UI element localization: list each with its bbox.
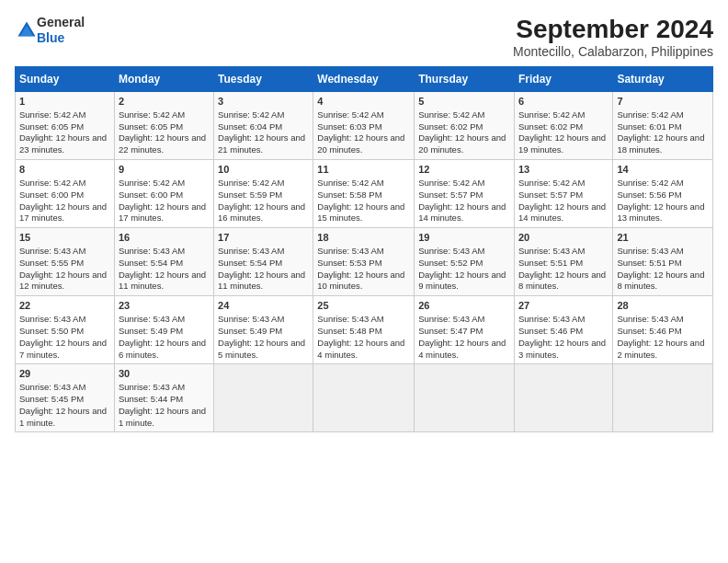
- col-thursday: Thursday: [415, 67, 515, 92]
- day-number: 10: [218, 163, 309, 177]
- table-cell: 8Sunrise: 5:42 AMSunset: 6:00 PMDaylight…: [16, 160, 115, 228]
- daylight: Daylight: 12 hours and 16 minutes.: [218, 201, 305, 224]
- day-number: 23: [119, 299, 210, 313]
- sunset: Sunset: 5:55 PM: [19, 258, 84, 268]
- table-cell: 17Sunrise: 5:43 AMSunset: 5:54 PMDayligh…: [214, 228, 313, 296]
- sunset: Sunset: 5:50 PM: [19, 326, 84, 336]
- sunset: Sunset: 6:00 PM: [119, 190, 183, 200]
- table-row: 8Sunrise: 5:42 AMSunset: 6:00 PMDaylight…: [16, 160, 713, 228]
- day-number: 16: [119, 231, 210, 245]
- day-number: 5: [418, 95, 510, 109]
- day-number: 6: [518, 95, 609, 109]
- sunset: Sunset: 5:53 PM: [317, 258, 381, 268]
- sunset: Sunset: 5:51 PM: [617, 258, 681, 268]
- table-cell: 15Sunrise: 5:43 AMSunset: 5:55 PMDayligh…: [16, 228, 115, 296]
- daylight: Daylight: 12 hours and 18 minutes.: [617, 132, 704, 155]
- sunset: Sunset: 6:04 PM: [218, 121, 282, 132]
- table-row: 15Sunrise: 5:43 AMSunset: 5:55 PMDayligh…: [16, 228, 713, 296]
- table-cell: 29Sunrise: 5:43 AMSunset: 5:45 PMDayligh…: [16, 364, 115, 432]
- calendar-table: Sunday Monday Tuesday Wednesday Thursday…: [15, 66, 713, 432]
- logo-blue: Blue: [37, 30, 85, 46]
- day-number: 14: [617, 163, 709, 177]
- sunrise: Sunrise: 5:43 AM: [418, 314, 484, 324]
- table-cell: 19Sunrise: 5:43 AMSunset: 5:52 PMDayligh…: [415, 228, 515, 296]
- col-wednesday: Wednesday: [313, 67, 415, 92]
- daylight: Daylight: 12 hours and 4 minutes.: [317, 338, 404, 360]
- day-number: 20: [518, 231, 609, 245]
- sunset: Sunset: 6:05 PM: [19, 121, 84, 132]
- sunrise: Sunrise: 5:42 AM: [418, 109, 484, 120]
- sunset: Sunset: 5:49 PM: [119, 326, 183, 336]
- daylight: Daylight: 12 hours and 11 minutes.: [218, 270, 305, 292]
- day-number: 1: [19, 95, 110, 109]
- table-cell: 21Sunrise: 5:43 AMSunset: 5:51 PMDayligh…: [613, 228, 713, 296]
- logo-icon: [17, 20, 37, 40]
- day-number: 8: [19, 163, 110, 177]
- sunrise: Sunrise: 5:43 AM: [19, 314, 85, 324]
- table-cell: 30Sunrise: 5:43 AMSunset: 5:44 PMDayligh…: [114, 364, 213, 432]
- title-block: September 2024 Montecillo, Calabarzon, P…: [513, 15, 713, 59]
- sunrise: Sunrise: 5:42 AM: [19, 109, 85, 120]
- sunset: Sunset: 5:45 PM: [19, 394, 84, 404]
- sunset: Sunset: 6:02 PM: [518, 121, 583, 132]
- day-number: 19: [418, 231, 510, 245]
- day-number: 24: [218, 299, 309, 313]
- day-number: 29: [19, 367, 110, 381]
- sunset: Sunset: 5:57 PM: [418, 190, 483, 200]
- daylight: Daylight: 12 hours and 5 minutes.: [218, 338, 305, 360]
- sunrise: Sunrise: 5:42 AM: [518, 109, 585, 120]
- table-cell: 24Sunrise: 5:43 AMSunset: 5:49 PMDayligh…: [214, 296, 313, 364]
- table-cell: 2Sunrise: 5:42 AMSunset: 6:05 PMDaylight…: [114, 92, 213, 160]
- daylight: Daylight: 12 hours and 1 minute.: [119, 406, 206, 428]
- sunrise: Sunrise: 5:42 AM: [418, 178, 484, 188]
- table-cell: [415, 364, 515, 432]
- sunset: Sunset: 6:03 PM: [317, 121, 381, 132]
- table-cell: 27Sunrise: 5:43 AMSunset: 5:46 PMDayligh…: [514, 296, 612, 364]
- sunrise: Sunrise: 5:43 AM: [119, 246, 185, 256]
- table-cell: 3Sunrise: 5:42 AMSunset: 6:04 PMDaylight…: [214, 92, 313, 160]
- daylight: Daylight: 12 hours and 11 minutes.: [119, 270, 206, 292]
- sunrise: Sunrise: 5:43 AM: [317, 314, 383, 324]
- sunrise: Sunrise: 5:43 AM: [617, 314, 683, 324]
- col-monday: Monday: [114, 67, 213, 92]
- table-cell: 26Sunrise: 5:43 AMSunset: 5:47 PMDayligh…: [415, 296, 515, 364]
- sunrise: Sunrise: 5:43 AM: [218, 246, 284, 256]
- col-tuesday: Tuesday: [214, 67, 313, 92]
- daylight: Daylight: 12 hours and 3 minutes.: [518, 338, 606, 360]
- day-number: 4: [317, 95, 410, 109]
- day-number: 7: [617, 95, 709, 109]
- table-row: 29Sunrise: 5:43 AMSunset: 5:45 PMDayligh…: [16, 364, 713, 432]
- sunset: Sunset: 5:54 PM: [119, 258, 183, 268]
- daylight: Daylight: 12 hours and 20 minutes.: [418, 132, 506, 155]
- logo-text: General Blue: [37, 15, 85, 46]
- col-sunday: Sunday: [16, 67, 115, 92]
- logo-general: General: [37, 15, 85, 30]
- sunrise: Sunrise: 5:43 AM: [518, 314, 585, 324]
- sunset: Sunset: 5:54 PM: [218, 258, 282, 268]
- sunset: Sunset: 5:57 PM: [518, 190, 583, 200]
- sunrise: Sunrise: 5:42 AM: [218, 178, 284, 188]
- day-number: 22: [19, 299, 110, 313]
- table-cell: 28Sunrise: 5:43 AMSunset: 5:46 PMDayligh…: [613, 296, 713, 364]
- table-cell: 1Sunrise: 5:42 AMSunset: 6:05 PMDaylight…: [16, 92, 115, 160]
- day-number: 28: [617, 299, 709, 313]
- day-number: 3: [218, 95, 309, 109]
- daylight: Daylight: 12 hours and 14 minutes.: [518, 201, 606, 224]
- day-number: 13: [518, 163, 609, 177]
- table-cell: [613, 364, 713, 432]
- daylight: Daylight: 12 hours and 8 minutes.: [617, 270, 704, 292]
- sunset: Sunset: 5:51 PM: [518, 258, 583, 268]
- daylight: Daylight: 12 hours and 19 minutes.: [518, 132, 606, 155]
- sunset: Sunset: 5:46 PM: [617, 326, 681, 336]
- sunrise: Sunrise: 5:42 AM: [19, 178, 85, 188]
- calendar-title: September 2024: [513, 15, 713, 44]
- daylight: Daylight: 12 hours and 17 minutes.: [19, 201, 107, 224]
- sunset: Sunset: 6:00 PM: [19, 190, 84, 200]
- daylight: Daylight: 12 hours and 17 minutes.: [119, 201, 206, 224]
- day-number: 27: [518, 299, 609, 313]
- day-number: 15: [19, 231, 110, 245]
- sunset: Sunset: 5:46 PM: [518, 326, 583, 336]
- day-number: 18: [317, 231, 410, 245]
- sunset: Sunset: 5:44 PM: [119, 394, 183, 404]
- sunset: Sunset: 5:49 PM: [218, 326, 282, 336]
